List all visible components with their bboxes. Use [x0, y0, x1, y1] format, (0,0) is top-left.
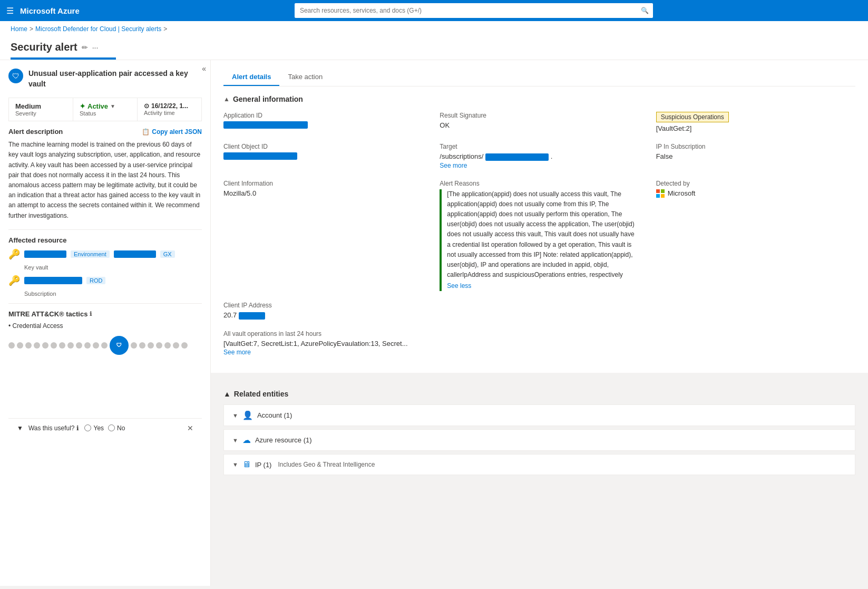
subscription-label: Subscription — [24, 291, 202, 297]
vault-operations-label: All vault operations in last 24 hours — [223, 330, 855, 337]
mitre-dot-3 — [25, 342, 32, 349]
page-title-row: Security alert ✏ ··· — [11, 41, 857, 57]
feedback-close-button[interactable]: ✕ — [187, 424, 193, 432]
related-entities-section: ▲ Related entities ▼ 👤 Account (1) ▼ ☁ A… — [211, 381, 868, 487]
more-button[interactable]: ··· — [92, 43, 99, 52]
client-ip-label: Client IP Address — [223, 302, 423, 309]
mitre-section: MITRE ATT&CK® tactics ℹ • Credential Acc… — [8, 310, 202, 355]
app-title: Microsoft Azure — [20, 6, 80, 15]
mitre-dot-active: 🛡 — [110, 336, 129, 355]
alert-description-text: The machine learning model is trained on… — [8, 140, 202, 221]
keyvault-label: Key vault — [24, 264, 202, 271]
breadcrumb-separator-2: > — [163, 25, 167, 33]
field-vault-operations: All vault operations in last 24 hours [V… — [223, 330, 855, 356]
mitre-dot-16 — [148, 342, 154, 349]
svg-rect-3 — [661, 194, 665, 198]
entity-account-label: Account (1) — [257, 411, 292, 419]
target-value: /subscriptions/ . — [440, 152, 639, 161]
subscription-icon: 🔑 — [8, 275, 20, 286]
mitre-dot-8 — [67, 342, 74, 349]
feedback-collapse-icon[interactable]: ▼ — [17, 424, 23, 432]
mitre-dot-18 — [164, 342, 171, 349]
field-application-id: Application ID — [223, 112, 423, 132]
status-icon: ✦ — [80, 102, 85, 110]
mitre-dot-10 — [84, 342, 91, 349]
vault-operations-see-more-link[interactable]: See more — [223, 349, 855, 356]
mitre-dot-9 — [76, 342, 82, 349]
search-icon: 🔍 — [641, 7, 649, 14]
feedback-info-icon: ℹ — [76, 424, 79, 432]
mitre-dot-2 — [17, 342, 23, 349]
breadcrumb-home[interactable]: Home — [11, 25, 27, 33]
client-information-value: Mozilla/5.0 — [223, 189, 423, 197]
field-ip-in-subscription: IP In Subscription False — [656, 143, 855, 169]
field-alert-reasons: Alert Reasons [The application(appid) do… — [440, 180, 639, 292]
fields-row-2: Client Object ID Target /subscriptions/ … — [223, 143, 855, 169]
severity-value: Medium — [15, 102, 66, 110]
collapse-panel-button[interactable]: « — [202, 64, 206, 73]
fields-row-1: Application ID Result Signature OK Suspi… — [223, 112, 855, 132]
detail-tabs: Alert details Take action — [223, 69, 855, 86]
mitre-dot-7 — [59, 342, 65, 349]
related-entities-header[interactable]: ▲ Related entities — [223, 390, 855, 398]
alert-title: Unusual user-application pair accessed a… — [28, 69, 189, 89]
mitre-info-icon[interactable]: ℹ — [90, 311, 92, 317]
hamburger-icon[interactable]: ☰ — [6, 6, 14, 16]
svg-rect-1 — [661, 189, 665, 193]
alert-reasons-text: [The application(appid) does not usually… — [440, 189, 639, 292]
entity-row-ip[interactable]: ▼ 🖥 IP (1) Includes Geo & Threat Intelli… — [223, 454, 855, 475]
divider-2 — [8, 303, 202, 304]
keyvault-bar — [24, 250, 66, 258]
field-client-information: Client Information Mozilla/5.0 — [223, 180, 423, 292]
copy-alert-json-link[interactable]: 📋 Copy alert JSON — [142, 128, 202, 136]
field-detected-by: Detected by Microsoft — [656, 180, 855, 292]
keyvault-resource-item: 🔑 Environment GX — [8, 248, 202, 260]
left-panel: « 🛡 Unusual user-application pair access… — [0, 60, 211, 586]
status-dropdown-icon: ▼ — [110, 103, 115, 109]
feedback-no-radio[interactable] — [108, 424, 115, 431]
suspicious-operations-badge: Suspicious Operations — [656, 112, 729, 122]
mitre-dot-15 — [139, 342, 145, 349]
feedback-no-option[interactable]: No — [108, 424, 125, 432]
azure-resource-icon: ☁ — [242, 435, 251, 445]
feedback-radio-group: Yes No — [84, 424, 125, 432]
field-result-signature: Result Signature OK — [440, 112, 639, 132]
ip-in-subscription-label: IP In Subscription — [656, 143, 855, 150]
rod-tag: ROD — [86, 277, 105, 284]
feedback-yes-radio[interactable] — [84, 424, 91, 431]
right-panel: Alert details Take action ▲ General info… — [211, 60, 868, 586]
field-client-object-id: Client Object ID — [223, 143, 423, 169]
subscription-resource-item: 🔑 ROD — [8, 275, 202, 286]
status-label: Status — [80, 110, 131, 117]
environment-tag: Environment — [71, 250, 110, 258]
copy-icon: 📋 — [142, 128, 150, 136]
tab-take-action[interactable]: Take action — [279, 69, 331, 86]
mitre-dot-19 — [173, 342, 179, 349]
application-id-bar — [223, 121, 308, 129]
mitre-dot-17 — [156, 342, 162, 349]
alert-title-section: 🛡 Unusual user-application pair accessed… — [8, 69, 202, 89]
edit-button[interactable]: ✏ — [82, 43, 88, 52]
breadcrumb-security-alerts[interactable]: Microsoft Defender for Cloud | Security … — [35, 25, 161, 33]
fields-row-4: Client IP Address 20.7 — [223, 302, 855, 320]
result-signature-value: OK — [440, 121, 639, 129]
page-title: Security alert — [11, 41, 77, 53]
entity-row-azure-resource[interactable]: ▼ ☁ Azure resource (1) — [223, 429, 855, 451]
vault-operations-value: [VaultGet:7, SecretList:1, AzurePolicyEv… — [223, 340, 855, 347]
entity-row-account[interactable]: ▼ 👤 Account (1) — [223, 404, 855, 426]
env-bar — [114, 250, 156, 258]
target-label: Target — [440, 143, 639, 150]
tab-alert-details[interactable]: Alert details — [223, 69, 279, 86]
target-see-more-link[interactable]: See more — [440, 162, 639, 169]
alert-meta-bar: Medium Severity ✦ Active ▼ Status ⊙ 16/1… — [8, 98, 202, 121]
feedback-label: Was this useful? ℹ — [28, 424, 80, 432]
general-info-toggle[interactable]: ▲ General information — [223, 95, 855, 103]
field-client-ip-address: Client IP Address 20.7 — [223, 302, 423, 320]
search-input[interactable] — [295, 3, 653, 18]
status-item[interactable]: ✦ Active ▼ Status — [73, 98, 138, 121]
feedback-yes-option[interactable]: Yes — [84, 424, 104, 432]
feedback-bar: ▼ Was this useful? ℹ Yes No ✕ — [8, 418, 202, 438]
account-icon: 👤 — [242, 410, 253, 420]
shield-icon: 🛡 — [8, 69, 23, 83]
alert-reasons-see-less-link[interactable]: See less — [447, 281, 639, 291]
